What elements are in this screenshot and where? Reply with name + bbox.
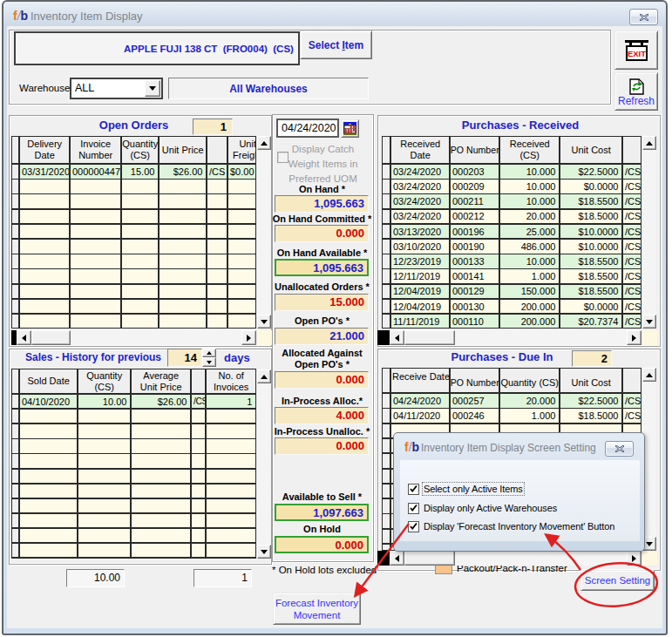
svg-text:EXIT: EXIT [628,49,646,58]
